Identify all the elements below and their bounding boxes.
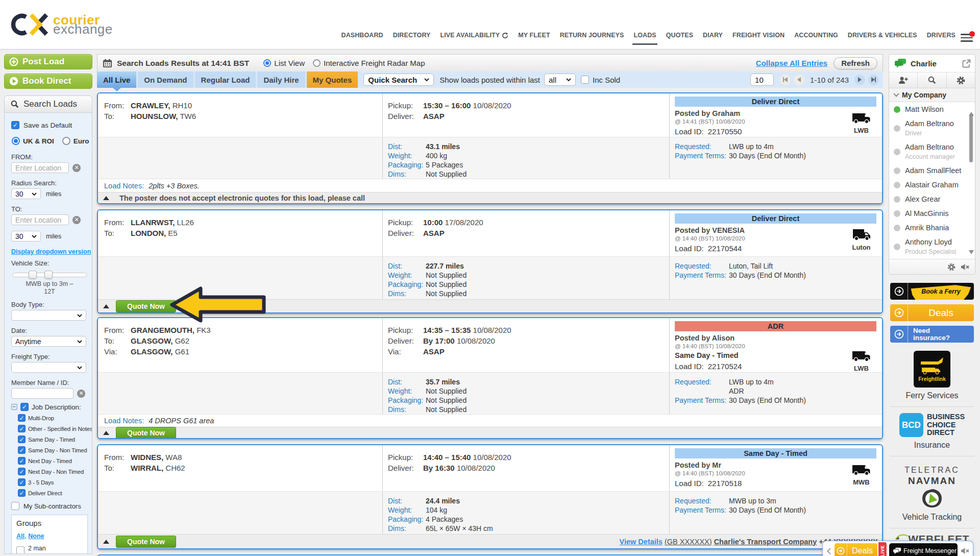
next-page-button[interactable] [854, 75, 865, 85]
job-option-other[interactable]: ✓Other - Specified in Notes [18, 425, 88, 432]
freightlink-sponsor[interactable]: Freightlink Ferry Services [889, 351, 975, 400]
mute-icon[interactable] [961, 547, 970, 554]
collapse-card-icon[interactable] [103, 431, 109, 435]
quote-now-button[interactable]: Quote Now [116, 427, 176, 439]
freight-type-select[interactable] [11, 362, 86, 373]
tab-my-quotes[interactable]: My Quotes [307, 71, 358, 88]
add-contact-button[interactable] [889, 72, 918, 88]
map-view-radio[interactable]: Interactive Freight Radar Map [313, 59, 425, 67]
chat-settings-button[interactable] [947, 72, 975, 88]
collapse-card-icon[interactable] [103, 196, 109, 200]
search-contacts-button[interactable] [918, 72, 946, 88]
job-description-checkbox[interactable]: ✓ [20, 403, 29, 411]
contact-row[interactable]: Adam SmallFleet [889, 163, 975, 178]
clear-from-icon[interactable]: ✕ [72, 164, 81, 172]
euro-radio[interactable] [62, 137, 70, 145]
save-as-default-checkbox[interactable]: ✓ Save as Default [11, 121, 88, 129]
nav-quotes[interactable]: QUOTES [666, 32, 693, 39]
job-option-next-day-timed[interactable]: ✓Next Day - Timed [18, 457, 88, 465]
radius2-select[interactable]: 30 [11, 231, 41, 241]
contact-row[interactable]: Anthony LloydProduct Specialist [889, 235, 975, 258]
freight-messenger-button[interactable]: Freight Messenger [889, 543, 958, 556]
vehicle-size-slider[interactable] [12, 273, 87, 277]
refresh-button[interactable]: Refresh [834, 57, 877, 69]
gear-icon[interactable] [947, 263, 955, 271]
chat-scrollbar[interactable] [969, 103, 973, 162]
nav-directory[interactable]: DIRECTORY [393, 32, 431, 39]
nav-loads[interactable]: LOADS [633, 32, 656, 39]
book-direct-button[interactable]: Book Direct [4, 74, 92, 89]
view-details-link[interactable]: View Details [620, 538, 663, 546]
company-link[interactable]: Charlie's Transport Company [714, 538, 817, 546]
tab-daily-hire[interactable]: Daily Hire [257, 71, 305, 88]
last-page-button[interactable] [868, 75, 879, 85]
display-dropdown-link[interactable]: Display dropdown version [11, 248, 91, 255]
load-card[interactable]: From:CRAWLEY, RH10 To:HOUNSLOW, TW6 Pick… [97, 92, 883, 204]
nav-drivers-vehicles[interactable]: DRIVERS & VEHICLES [848, 32, 917, 39]
collapse-card-icon[interactable] [103, 540, 109, 544]
clear-member-icon[interactable]: ✕ [77, 390, 85, 398]
contact-row[interactable]: Adam BeltranoAccount manager [889, 140, 975, 163]
nav-live-availability[interactable]: LIVE AVAILABILITY [440, 32, 508, 39]
nav-drivers[interactable]: DRIVERS [927, 32, 955, 39]
job-option-next-day-non-timed[interactable]: ✓Next Day - Non Timed [18, 468, 88, 475]
groups-all-link[interactable]: All [16, 533, 24, 540]
tab-on-demand[interactable]: On Demand [138, 71, 193, 88]
courier-exchange-logo[interactable]: courier exchange [9, 11, 113, 38]
post-load-button[interactable]: Post Load [4, 54, 92, 69]
mute-icon[interactable] [961, 263, 970, 271]
contact-row[interactable]: Alex Grear [889, 192, 975, 206]
nav-freight-vision[interactable]: FREIGHT VISION [732, 32, 785, 39]
body-type-select[interactable] [11, 310, 86, 321]
slider-knob-min[interactable] [29, 271, 37, 279]
book-a-ferry-banner[interactable]: Book a Ferry [890, 283, 974, 300]
from-location-input[interactable]: Enter Location [11, 162, 69, 173]
load-card[interactable]: From:WIDNES, WA8 To:WIRRAL, CH62 Pickup:… [97, 444, 883, 549]
live-tab[interactable]: LIVE [878, 542, 887, 556]
groups-none-link[interactable]: None [28, 533, 44, 540]
collapse-tree-icon[interactable]: − [11, 404, 17, 410]
scrollbar-thumb[interactable] [969, 114, 973, 162]
dock-deals-button[interactable]: Deals [835, 543, 877, 556]
job-option-same-day-non-timed[interactable]: ✓Same Day - Non Timed [18, 446, 88, 454]
uk-roi-radio[interactable] [12, 137, 20, 145]
page-size-select[interactable]: 10 [750, 74, 774, 86]
group-2man-checkbox[interactable]: 2 man approved [16, 545, 83, 554]
chat-section-my-company[interactable]: My Company [889, 88, 975, 102]
collapse-all-link[interactable]: Collapse All Entries [756, 59, 827, 67]
member-input[interactable] [11, 388, 74, 399]
nav-diary[interactable]: DIARY [703, 32, 723, 39]
to-location-input[interactable]: Enter Location [11, 214, 69, 225]
nav-accounting[interactable]: ACCOUNTING [794, 32, 838, 39]
quick-search-select[interactable]: Quick Search [363, 74, 434, 86]
clear-to-icon[interactable]: ✕ [72, 216, 81, 224]
nav-my-fleet[interactable]: MY FLEET [518, 32, 550, 39]
contact-row[interactable]: Alastair Graham [889, 178, 975, 192]
posted-within-select[interactable]: all [544, 74, 576, 86]
dock-collapse-icon[interactable] [827, 548, 834, 554]
load-card[interactable]: From:GRANGEMOUTH, FK3 To:GLASGOW, G62 Vi… [97, 317, 883, 439]
menu-icon[interactable] [961, 34, 973, 43]
my-subcontractors-checkbox[interactable]: My Sub-contractors [11, 502, 88, 510]
external-link-icon[interactable] [962, 59, 971, 68]
nav-dashboard[interactable]: DASHBOARD [341, 32, 383, 39]
quote-now-button[interactable]: Quote Now [116, 536, 176, 548]
scroll-down-icon[interactable] [969, 250, 974, 254]
quote-now-button[interactable]: Quote Now [116, 300, 176, 312]
collapse-card-icon[interactable] [103, 304, 109, 308]
contact-row[interactable]: Matt Wilson [889, 102, 975, 116]
job-option-same-day-timed[interactable]: ✓Same Day - Timed [18, 436, 88, 443]
tab-regular-load[interactable]: Regular Load [195, 71, 256, 88]
first-page-button[interactable] [780, 75, 791, 85]
list-view-radio[interactable]: List View [263, 59, 305, 67]
contact-row[interactable]: Amrik Bhania [889, 221, 975, 235]
contact-row[interactable]: Al MacGinnis [889, 206, 975, 221]
bcd-sponsor[interactable]: BCD BUSINESS CHOICE DIRECT Insurance [889, 413, 975, 450]
job-option-3-5-days[interactable]: ✓3 - 5 Days [18, 478, 88, 486]
job-option-multi-drop[interactable]: ✓Multi-Drop [18, 414, 88, 422]
gb-link[interactable]: (GB XXXXXX) [665, 538, 712, 546]
contact-row[interactable]: Adam BeltranoDriver [889, 116, 975, 140]
job-option-deliver-direct[interactable]: ✓Deliver Direct [18, 489, 88, 497]
date-select[interactable]: Anytime [11, 336, 86, 347]
need-insurance-banner[interactable]: Needinsurance? [890, 326, 974, 343]
